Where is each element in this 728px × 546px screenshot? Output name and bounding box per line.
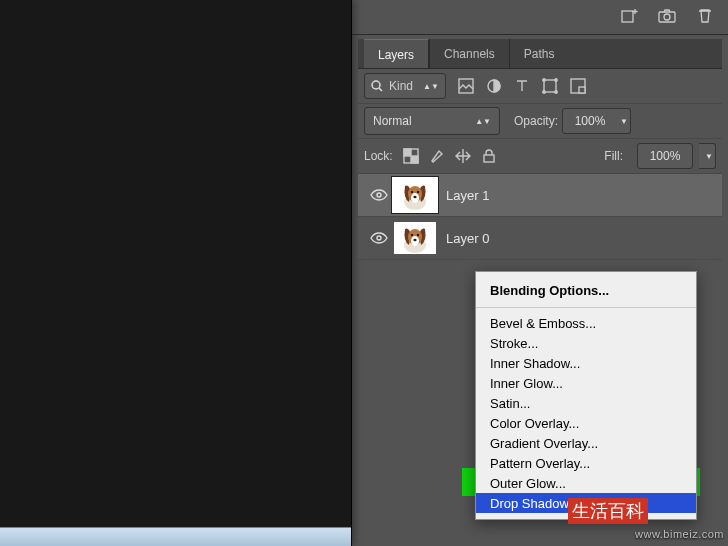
trash-icon[interactable]: [696, 8, 714, 27]
filter-kind-dropdown[interactable]: Kind ▲▼: [364, 73, 446, 99]
fx-context-menu: Blending Options... Bevel & Emboss... St…: [475, 271, 697, 520]
opacity-value[interactable]: 100%: [562, 108, 618, 134]
svg-rect-16: [484, 155, 494, 162]
menu-item-satin[interactable]: Satin...: [476, 393, 696, 413]
lock-transparency-icon[interactable]: [403, 148, 419, 164]
chevron-double-icon: ▲▼: [423, 82, 439, 91]
layers-panel: Layers Channels Paths Kind ▲▼ Normal ▲▼: [358, 39, 722, 260]
opacity-label: Opacity:: [514, 114, 558, 128]
svg-point-24: [377, 236, 381, 240]
tab-paths[interactable]: Paths: [509, 39, 569, 68]
svg-point-29: [417, 234, 419, 236]
lock-row: Lock: Fill: 100% ▼: [358, 139, 722, 174]
lock-all-icon[interactable]: [481, 148, 497, 164]
fill-value[interactable]: 100%: [637, 143, 693, 169]
fill-slider-toggle[interactable]: ▼: [699, 143, 716, 169]
layer-thumbnail[interactable]: [394, 222, 436, 254]
filter-type-icons: [458, 78, 586, 94]
layer-name[interactable]: Layer 1: [446, 188, 489, 203]
svg-point-21: [411, 191, 413, 193]
tab-layers[interactable]: Layers: [364, 39, 429, 68]
blend-row: Normal ▲▼ Opacity: 100% ▼: [358, 104, 722, 139]
blend-mode-value: Normal: [373, 114, 412, 128]
shape-layer-icon[interactable]: [542, 78, 558, 94]
search-icon: [371, 80, 383, 92]
svg-rect-15: [411, 156, 418, 163]
menu-item-color-overlay[interactable]: Color Overlay...: [476, 413, 696, 433]
opacity-slider-toggle[interactable]: ▼: [614, 108, 631, 134]
svg-point-28: [411, 234, 413, 236]
smart-object-icon[interactable]: [570, 78, 586, 94]
svg-point-3: [372, 81, 380, 89]
svg-point-7: [543, 79, 545, 81]
visibility-toggle[interactable]: [364, 188, 394, 202]
svg-point-9: [543, 91, 545, 93]
svg-point-2: [664, 14, 670, 20]
svg-point-10: [555, 91, 557, 93]
add-panel-icon[interactable]: [620, 8, 638, 27]
blend-mode-dropdown[interactable]: Normal ▲▼: [364, 107, 500, 135]
menu-item-blending-options[interactable]: Blending Options...: [476, 278, 696, 302]
chevron-down-icon: ▼: [620, 117, 628, 126]
watermark-url: www.bimeiz.com: [635, 528, 724, 540]
svg-point-30: [413, 239, 416, 241]
status-bar: [0, 527, 351, 546]
lock-label: Lock:: [364, 149, 393, 163]
svg-point-22: [417, 191, 419, 193]
tab-channels[interactable]: Channels: [429, 39, 509, 68]
adjustment-layer-icon[interactable]: [486, 78, 502, 94]
menu-separator: [476, 307, 696, 308]
chevron-down-icon: ▼: [705, 152, 713, 161]
layer-name[interactable]: Layer 0: [446, 231, 489, 246]
camera-icon[interactable]: [658, 8, 676, 27]
svg-rect-6: [544, 80, 556, 92]
type-layer-icon[interactable]: [514, 78, 530, 94]
lock-position-icon[interactable]: [455, 148, 471, 164]
svg-point-8: [555, 79, 557, 81]
svg-rect-14: [404, 149, 411, 156]
layer-row[interactable]: Layer 1: [358, 174, 722, 217]
lock-pixels-icon[interactable]: [429, 148, 445, 164]
svg-point-23: [413, 196, 416, 198]
menu-item-outer-glow[interactable]: Outer Glow...: [476, 473, 696, 493]
layer-list: Layer 1 Layer 0: [358, 174, 722, 260]
visibility-toggle[interactable]: [364, 231, 394, 245]
chevron-double-icon: ▲▼: [475, 117, 491, 126]
dog-image-icon: [399, 180, 431, 210]
menu-item-gradient-overlay[interactable]: Gradient Overlay...: [476, 433, 696, 453]
canvas-area[interactable]: [0, 0, 352, 546]
menu-item-stroke[interactable]: Stroke...: [476, 333, 696, 353]
menu-item-bevel-emboss[interactable]: Bevel & Emboss...: [476, 313, 696, 333]
menu-item-pattern-overlay[interactable]: Pattern Overlay...: [476, 453, 696, 473]
panel-tabs: Layers Channels Paths: [358, 39, 722, 69]
svg-point-17: [377, 193, 381, 197]
fill-label: Fill:: [604, 149, 623, 163]
filter-row: Kind ▲▼: [358, 69, 722, 104]
layer-thumbnail[interactable]: [394, 179, 436, 211]
svg-rect-12: [579, 87, 585, 93]
menu-item-inner-glow[interactable]: Inner Glow...: [476, 373, 696, 393]
panel-top-icons: [352, 0, 728, 35]
svg-rect-0: [622, 11, 633, 22]
filter-kind-label: Kind: [389, 79, 413, 93]
watermark-logo: 生活百科: [568, 498, 648, 524]
dog-image-icon: [399, 223, 431, 253]
layer-row[interactable]: Layer 0: [358, 217, 722, 260]
menu-item-inner-shadow[interactable]: Inner Shadow...: [476, 353, 696, 373]
pixel-layer-icon[interactable]: [458, 78, 474, 94]
